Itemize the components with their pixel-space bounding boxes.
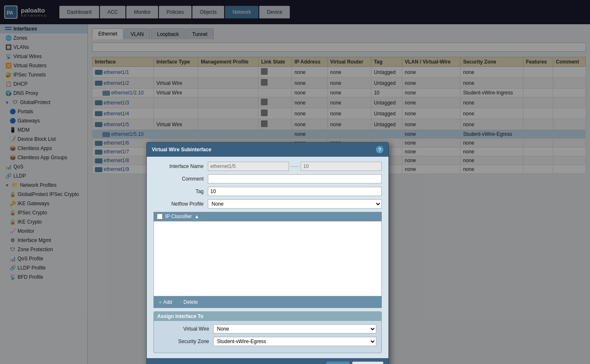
interface-name-label: Interface Name: [153, 163, 208, 169]
assign-body: Virtual Wire None Security Zone Student-…: [154, 321, 381, 353]
ip-classifier-section: IP Classifier ▲ + Add − Delete: [153, 212, 382, 308]
modal-overlay: Virtual Wire Subinterface ? Interface Na…: [0, 0, 590, 364]
delete-button[interactable]: − Delete: [177, 298, 200, 306]
modal-footer: OK Cancel: [147, 358, 388, 364]
interface-name-input: [208, 162, 289, 171]
comment-input[interactable]: [208, 174, 382, 183]
add-label: Add: [163, 299, 172, 305]
tag-input[interactable]: [208, 187, 382, 196]
virtual-wire-select[interactable]: None: [213, 324, 376, 333]
delete-label: Delete: [184, 299, 198, 305]
comment-label: Comment: [153, 176, 208, 182]
netflow-select[interactable]: None: [208, 199, 382, 209]
assign-section: Assign Interface To Virtual Wire None Se…: [153, 311, 382, 353]
action-bar: + Add − Delete: [153, 296, 382, 308]
delete-icon: −: [179, 299, 182, 305]
ip-classifier-label: IP Classifier: [165, 214, 192, 219]
assign-header: Assign Interface To: [154, 312, 381, 321]
security-zone-row: Security Zone Student-vWire-Egress: [159, 337, 376, 346]
security-zone-select[interactable]: Student-vWire-Egress: [213, 337, 376, 346]
virtual-wire-label: Virtual Wire: [159, 326, 213, 332]
security-zone-label: Security Zone: [159, 339, 213, 344]
modal-virtual-wire-subinterface: Virtual Wire Subinterface ? Interface Na…: [146, 142, 389, 364]
modal-title: Virtual Wire Subinterface: [152, 147, 211, 153]
assign-title: Assign Interface To: [157, 313, 203, 319]
netflow-label: Netflow Profile: [153, 201, 208, 207]
expand-icon: ▲: [194, 214, 199, 219]
netflow-row: Netflow Profile None: [153, 199, 382, 209]
interface-name-row: Interface Name: [153, 162, 382, 171]
modal-body: Interface Name Comment Tag Netflow Profi…: [147, 157, 388, 358]
add-icon: +: [158, 299, 162, 305]
tag-label: Tag: [153, 188, 208, 194]
comment-row: Comment: [153, 174, 382, 183]
add-button[interactable]: + Add: [157, 298, 174, 306]
tag-row: Tag: [153, 187, 382, 196]
cancel-button[interactable]: Cancel: [352, 361, 383, 364]
virtual-wire-row: Virtual Wire None: [159, 324, 376, 333]
modal-header: Virtual Wire Subinterface ?: [147, 143, 388, 157]
interface-name-tag-input: [301, 162, 382, 171]
help-icon[interactable]: ?: [376, 146, 383, 153]
ip-classifier-checkbox[interactable]: [157, 214, 163, 219]
ip-classifier-header: IP Classifier ▲: [153, 212, 382, 221]
ok-button[interactable]: OK: [326, 361, 349, 364]
classifier-table-area: [153, 221, 382, 296]
separator: [291, 166, 299, 167]
